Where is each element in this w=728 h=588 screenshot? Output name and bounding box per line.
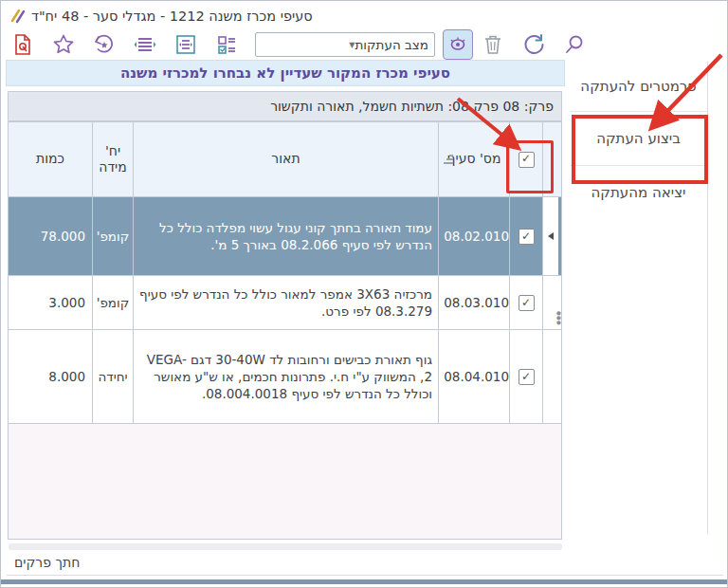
splitter-handle[interactable]: ⦁⦁⦁ <box>556 310 561 324</box>
boxed-text-icon <box>174 33 197 56</box>
description-value: מרכזיה 3X63 אמפר למאור כולל כל הנדרש לפי… <box>134 282 438 323</box>
exit-copy-button[interactable]: יציאה מהעתקה <box>570 166 707 219</box>
favorite-button[interactable] <box>51 32 76 57</box>
highlighter-pen-icon <box>9 8 26 25</box>
eye-icon <box>447 34 468 55</box>
description-value: גוף תאורת כבישים ורחובות לד 30-40W דגם V… <box>134 347 438 406</box>
row-pointer-icon <box>548 232 554 240</box>
trash-icon <box>482 33 503 56</box>
description-value: עמוד תאורה בחתך קוני עגול עשוי מפלדה כול… <box>134 215 438 257</box>
window-title: סעיפי מכרז משנה 1212 - מגדלי סער - 48 יח… <box>31 9 313 24</box>
column-header-item-number[interactable]: מס' סעיף <box>438 122 509 196</box>
unit-value: קומפ' <box>97 229 130 244</box>
chapter-group-row[interactable]: פרק: 08 פרק 08: תשתיות חשמל, תאורה ותקשו… <box>8 91 562 121</box>
table-row[interactable]: 78.000 קומפ' עמוד תאורה בחתך קוני עגול ע… <box>9 197 561 276</box>
undo-button[interactable] <box>92 32 117 57</box>
refresh-button[interactable] <box>521 32 546 57</box>
pdf-icon <box>12 33 33 56</box>
table-row[interactable]: 8.000 יחידה גוף תאורת כבישים ורחובות לד … <box>9 330 561 424</box>
table-row[interactable]: 3.000 קומפ' מרכזיה 3X63 אמפר למאור כולל … <box>9 276 561 330</box>
copy-mode-value: מצב העתקות <box>355 37 428 52</box>
items-table: כמות יח' מידה תאור מס' סעיף 78.000 קומפ'… <box>8 121 562 540</box>
title-bar: סעיפי מכרז משנה 1212 - מגדלי סער - 48 יח… <box>9 5 313 28</box>
copy-actions-sidebar: פרמטרים להעתקה ביצוע העתקה יציאה מהעתקה <box>570 62 708 534</box>
grid-checklist-button[interactable] <box>214 32 239 57</box>
column-header-indicator <box>542 122 558 196</box>
copy-parameters-button[interactable]: פרמטרים להעתקה <box>570 62 707 112</box>
empty-grid-area <box>9 424 561 539</box>
current-row-indicator <box>542 197 558 275</box>
status-bar-label: חתך פרקים <box>14 555 80 570</box>
window-bottom-bar <box>1 579 728 584</box>
undo-star-icon <box>93 33 116 56</box>
refresh-icon <box>521 33 546 56</box>
star-icon <box>52 33 75 56</box>
delete-button[interactable] <box>481 32 505 57</box>
table-header-row: כמות יח' מידה תאור מס' סעיף <box>9 122 561 197</box>
column-header-quantity[interactable]: כמות <box>9 122 92 196</box>
row-checkbox[interactable] <box>519 369 535 385</box>
quantity-value: 8.000 <box>9 369 92 384</box>
application-window: סעיפי מכרז משנה 1212 - מגדלי סער - 48 יח… <box>0 0 728 588</box>
item-number-value: 08.04.010 <box>439 369 509 384</box>
panel-header: סעיפי מכרז המקור שעדיין לא נבחרו למכרזי … <box>6 60 565 86</box>
unit-value: יחידה <box>98 369 127 384</box>
panel-header-title: סעיפי מכרז המקור שעדיין לא נבחרו למכרזי … <box>120 64 450 82</box>
quantity-value: 3.000 <box>9 295 92 310</box>
paragraph-view-button[interactable] <box>133 32 157 57</box>
chevron-down-icon: ▼ <box>349 41 355 49</box>
status-divider <box>7 575 723 576</box>
toolbar: מצב העתקות ▼ <box>10 29 603 60</box>
execute-copy-button[interactable]: ביצוע העתקה <box>570 112 707 166</box>
select-all-checkbox[interactable] <box>519 152 535 168</box>
visibility-toggle-button[interactable] <box>443 29 473 60</box>
search-button[interactable] <box>562 32 587 57</box>
search-icon <box>563 33 586 56</box>
sort-icon <box>444 155 453 164</box>
copy-mode-combobox[interactable]: מצב העתקות ▼ <box>255 32 435 57</box>
horizontal-scrollbar[interactable] <box>9 543 562 550</box>
unit-value: קומפ' <box>97 295 130 310</box>
row-checkbox[interactable] <box>519 229 535 245</box>
boxed-text-button[interactable] <box>173 32 198 57</box>
chapter-group-label: פרק: 08 פרק 08: תשתיות חשמל, תאורה ותקשו… <box>270 99 561 114</box>
column-header-description[interactable]: תאור <box>133 122 438 196</box>
pdf-export-button[interactable] <box>10 32 35 57</box>
item-number-value: 08.03.010 <box>439 295 509 310</box>
row-checkbox[interactable] <box>519 295 535 311</box>
item-number-value: 08.02.010 <box>439 229 509 244</box>
column-header-checkbox[interactable] <box>509 122 542 196</box>
grid-check-icon <box>215 33 238 56</box>
quantity-value: 78.000 <box>9 229 92 244</box>
column-header-unit[interactable]: יח' מידה <box>92 122 133 196</box>
paragraph-lines-icon <box>134 33 156 56</box>
